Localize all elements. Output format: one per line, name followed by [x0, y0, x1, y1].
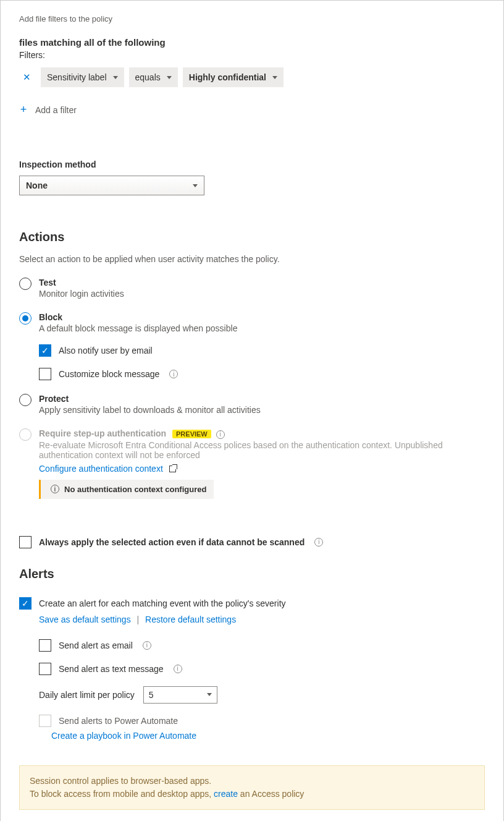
checkbox-send-text[interactable]	[39, 663, 51, 675]
filter-value-pill[interactable]: Highly confidential	[183, 67, 284, 87]
action-protect-sub: Apply sensitivity label to downloads & m…	[39, 405, 485, 415]
filters-match-heading: files matching all of the following	[19, 37, 485, 48]
send-text-label: Send alert as text message	[59, 664, 164, 674]
checkbox-customize-message[interactable]	[39, 368, 51, 380]
inspection-select[interactable]: None	[19, 176, 204, 195]
filters-intro: Add file filters to the policy	[19, 14, 485, 23]
power-automate-label: Send alerts to Power Automate	[59, 716, 178, 726]
filter-field-pill[interactable]: Sensitivity label	[41, 67, 124, 87]
chevron-down-icon	[113, 76, 118, 79]
action-stepup-sub: Re-evaluate Microsoft Entra Conditional …	[39, 440, 485, 460]
plus-icon: +	[19, 103, 28, 116]
chevron-down-icon	[193, 184, 198, 187]
save-default-link[interactable]: Save as default settings	[39, 615, 131, 624]
action-block-label: Block	[39, 312, 485, 322]
always-apply-label: Always apply the selected action even if…	[39, 537, 304, 547]
action-option-stepup: Require step-up authentication PREVIEW i…	[19, 428, 485, 499]
restore-default-link[interactable]: Restore default settings	[145, 615, 236, 624]
add-filter-button[interactable]: + Add a filter	[19, 103, 77, 116]
checkbox-notify-email[interactable]	[39, 344, 51, 357]
filter-value-label: Highly confidential	[189, 72, 266, 82]
customize-message-label: Customize block message	[59, 369, 159, 379]
action-stepup-label: Require step-up authentication	[39, 428, 166, 438]
actions-heading: Actions	[19, 230, 485, 244]
auth-context-warning: i No authentication context configured	[39, 480, 214, 499]
external-link-icon	[169, 466, 176, 472]
radio-block[interactable]	[19, 312, 32, 325]
create-alert-label: Create an alert for each matching event …	[39, 598, 286, 608]
chevron-down-icon	[167, 76, 172, 79]
action-test-sub: Monitor login activities	[39, 289, 485, 299]
radio-test[interactable]	[19, 278, 32, 290]
alerts-heading: Alerts	[19, 567, 485, 581]
filter-op-label: equals	[135, 72, 161, 82]
radio-stepup	[19, 428, 32, 441]
inspection-value: None	[26, 181, 48, 190]
action-option-test[interactable]: Test Monitor login activities	[19, 278, 485, 299]
preview-badge: PREVIEW	[172, 430, 211, 438]
filter-op-pill[interactable]: equals	[129, 67, 178, 87]
info-icon: i	[51, 485, 59, 493]
filter-row: ✕ Sensitivity label equals Highly confid…	[19, 67, 485, 87]
add-filter-label: Add a filter	[35, 105, 77, 115]
info-icon[interactable]: i	[169, 370, 178, 378]
filter-field-label: Sensitivity label	[47, 72, 107, 82]
daily-limit-select[interactable]: 5	[143, 686, 217, 704]
note-line2a: To block access from mobile and desktop …	[30, 789, 214, 799]
notify-email-label: Also notify user by email	[59, 346, 153, 355]
info-icon[interactable]: i	[143, 641, 151, 650]
remove-filter-icon[interactable]: ✕	[19, 69, 35, 85]
action-block-sub: A default block message is displayed whe…	[39, 323, 485, 333]
action-option-protect[interactable]: Protect Apply sensitivity label to downl…	[19, 394, 485, 415]
action-test-label: Test	[39, 278, 485, 287]
send-email-label: Send alert as email	[59, 640, 133, 650]
daily-limit-label: Daily alert limit per policy	[39, 690, 135, 700]
action-option-block[interactable]: Block A default block message is display…	[19, 312, 485, 333]
info-icon[interactable]: i	[216, 430, 225, 439]
checkbox-create-alert[interactable]	[19, 597, 32, 610]
create-access-policy-link[interactable]: create	[214, 789, 238, 799]
inspection-label: Inspection method	[19, 160, 485, 169]
configure-auth-context-link[interactable]: Configure authentication context	[39, 464, 163, 474]
daily-limit-value: 5	[149, 690, 154, 700]
warning-text: No authentication context configured	[64, 485, 206, 494]
info-icon[interactable]: i	[314, 538, 323, 547]
note-line1: Session control applies to browser-based…	[30, 775, 474, 788]
link-separator: |	[137, 615, 140, 624]
radio-protect[interactable]	[19, 394, 32, 406]
filters-label: Filters:	[19, 50, 485, 60]
actions-desc: Select an action to be applied when user…	[19, 254, 485, 264]
session-control-note: Session control applies to browser-based…	[19, 765, 485, 810]
action-protect-label: Protect	[39, 394, 485, 404]
create-playbook-link[interactable]: Create a playbook in Power Automate	[51, 731, 196, 741]
info-icon[interactable]: i	[174, 665, 182, 673]
note-line2b: an Access policy	[238, 789, 304, 799]
checkbox-send-email[interactable]	[39, 639, 51, 652]
checkbox-always-apply[interactable]	[19, 536, 32, 548]
chevron-down-icon	[207, 693, 212, 696]
checkbox-power-automate	[39, 715, 51, 727]
chevron-down-icon	[272, 76, 277, 79]
